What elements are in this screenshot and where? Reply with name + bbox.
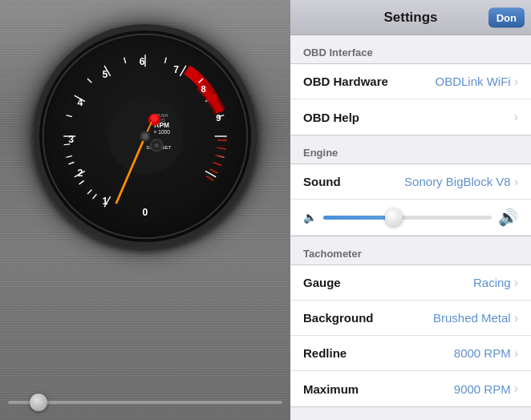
svg-line-26: [215, 155, 224, 157]
gauge-chevron: ›: [514, 276, 518, 290]
svg-line-16: [164, 58, 166, 63]
svg-text:2: 2: [78, 168, 83, 179]
background-chevron: ›: [514, 311, 518, 325]
svg-text:0: 0: [143, 207, 148, 218]
tachometer-gauge: 0 1 2 3 4 5 6 7 8 9 RPM × 1000 PUSH TO: [33, 24, 257, 248]
done-button[interactable]: Don: [488, 7, 525, 27]
obd-help-value: ›: [514, 110, 518, 124]
sound-value-text: Sonory BigBlock V8: [404, 175, 511, 188]
sound-label: Sound: [303, 175, 341, 188]
svg-text:6: 6: [140, 56, 145, 67]
svg-text:5: 5: [103, 69, 108, 80]
gauge-value: Racing ›: [473, 276, 518, 290]
svg-text:7: 7: [173, 64, 179, 75]
engine-group: Sound Sonory BigBlock V8 › 🔈 🔊: [290, 164, 531, 236]
volume-high-icon: 🔊: [498, 208, 518, 227]
redline-label: Redline: [303, 346, 347, 360]
maximum-value: 9000 RPM ›: [454, 382, 518, 396]
svg-line-11: [87, 190, 91, 194]
background-value-text: Brushed Metal: [433, 311, 511, 325]
svg-point-54: [142, 133, 148, 139]
svg-text:9: 9: [216, 113, 221, 123]
svg-text:4: 4: [78, 97, 83, 108]
svg-line-24: [217, 140, 226, 141]
maximum-value-text: 9000 RPM: [454, 382, 511, 396]
obd-help-label: OBD Help: [303, 111, 359, 124]
obd-hardware-value-text: OBDLink WiFi: [435, 75, 510, 88]
background-value: Brushed Metal ›: [433, 311, 518, 325]
svg-point-47: [151, 115, 158, 122]
svg-line-14: [87, 79, 91, 83]
obd-help-row[interactable]: OBD Help ›: [290, 99, 531, 135]
svg-line-29: [206, 176, 213, 180]
svg-line-13: [67, 115, 72, 117]
sound-value: Sonory BigBlock V8 ›: [404, 175, 518, 189]
settings-title: Settings: [383, 10, 437, 26]
tachometer-inner: 0 1 2 3 4 5 6 7 8 9 RPM × 1000 PUSH TO: [39, 30, 251, 242]
settings-header: Settings Don: [290, 0, 531, 35]
right-panel: Settings Don OBD Interface OBD Hardware …: [290, 0, 531, 420]
svg-line-28: [210, 169, 218, 173]
maximum-row[interactable]: Maximum 9000 RPM ›: [290, 371, 531, 406]
volume-low-icon: 🔈: [303, 211, 317, 224]
svg-text:8: 8: [201, 84, 205, 94]
left-panel: 0 1 2 3 4 5 6 7 8 9 RPM × 1000 PUSH TO: [0, 0, 290, 420]
obd-hardware-chevron: ›: [514, 75, 518, 89]
volume-row[interactable]: 🔈 🔊: [290, 200, 531, 236]
svg-line-20: [93, 194, 97, 199]
svg-line-27: [213, 162, 222, 165]
slider-thumb[interactable]: [30, 394, 47, 411]
bottom-slider[interactable]: [8, 401, 282, 404]
settings-content: OBD Interface OBD Hardware OBDLink WiFi …: [290, 35, 531, 420]
section-engine-header: Engine: [290, 135, 531, 164]
svg-text:1: 1: [103, 196, 108, 207]
volume-thumb[interactable]: [385, 208, 403, 226]
svg-line-25: [217, 147, 225, 149]
gauge-row[interactable]: Gauge Racing ›: [290, 265, 531, 301]
svg-line-12: [67, 155, 72, 157]
svg-line-22: [68, 162, 74, 164]
maximum-chevron: ›: [514, 382, 518, 396]
section-obd-header: OBD Interface: [290, 35, 531, 63]
svg-line-15: [124, 58, 126, 63]
redline-chevron: ›: [514, 346, 518, 361]
svg-point-50: [154, 143, 159, 147]
tachometer-group: Gauge Racing › Background Brushed Metal …: [290, 265, 531, 407]
obd-group: OBD Hardware OBDLink WiFi › OBD Help ›: [290, 63, 531, 135]
volume-track[interactable]: [323, 216, 492, 220]
tachometer-svg: 0 1 2 3 4 5 6 7 8 9 RPM × 1000 PUSH TO: [39, 30, 251, 242]
obd-hardware-value: OBDLink WiFi ›: [435, 75, 518, 89]
gauge-label: Gauge: [303, 276, 341, 289]
obd-hardware-row[interactable]: OBD Hardware OBDLink WiFi ›: [290, 64, 531, 99]
svg-text:× 1000: × 1000: [154, 129, 171, 135]
redline-value-text: 8000 RPM: [454, 346, 511, 360]
svg-text:3: 3: [68, 134, 74, 145]
redline-value: 8000 RPM ›: [454, 346, 518, 361]
background-label: Background: [303, 311, 374, 325]
redline-row[interactable]: Redline 8000 RPM ›: [290, 336, 531, 371]
sound-chevron: ›: [514, 175, 518, 189]
background-row[interactable]: Background Brushed Metal ›: [290, 301, 531, 336]
gauge-value-text: Racing: [473, 276, 511, 289]
svg-line-21: [79, 180, 84, 184]
slider-track[interactable]: [8, 401, 282, 404]
obd-help-chevron: ›: [514, 110, 518, 124]
obd-hardware-label: OBD Hardware: [303, 75, 388, 88]
sound-row[interactable]: Sound Sonory BigBlock V8 ›: [290, 164, 531, 200]
section-tachometer-header: Tachometer: [290, 236, 531, 265]
volume-fill: [323, 216, 394, 220]
maximum-label: Maximum: [303, 382, 359, 396]
